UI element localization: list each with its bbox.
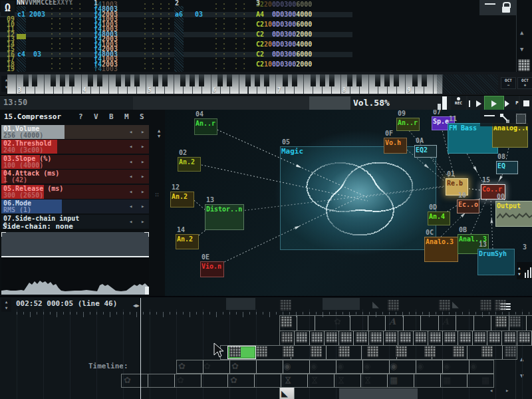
pattern-cell[interactable]: C2 0D03002000 xyxy=(256,32,312,37)
timeline-scroll-left[interactable]: ◂ xyxy=(489,388,493,393)
slider-increment[interactable]: ▸ xyxy=(141,172,144,181)
black-key[interactable] xyxy=(375,74,380,86)
stop-button[interactable] xyxy=(520,96,532,110)
panel-scrollbar[interactable]: ▲▼ xyxy=(154,128,164,139)
slider-decrement[interactable]: ◂ xyxy=(129,188,132,196)
slider-decrement[interactable]: ◂ xyxy=(129,158,132,166)
module-analo3[interactable]: Analo.3 xyxy=(424,237,458,262)
black-key[interactable] xyxy=(69,74,74,86)
black-key[interactable] xyxy=(116,74,121,86)
pattern-cell[interactable]: c4 03 xyxy=(17,52,41,57)
volume-slider-handle[interactable] xyxy=(309,96,350,110)
module-an4[interactable]: An.4 xyxy=(428,211,450,225)
pattern-scroll-up[interactable]: ▲ xyxy=(520,31,523,35)
module-eq[interactable]: EQ xyxy=(496,161,518,174)
slider-mode[interactable]: 06.ModeRMS (1)◂▸ xyxy=(1,200,149,213)
timeline-scroll-right[interactable]: ▸ xyxy=(505,388,509,393)
black-key[interactable] xyxy=(125,74,130,86)
pattern-editor[interactable]: Ω0910111213141516171819NNVVMMCCEEXXYYc1 … xyxy=(0,0,532,72)
module-vion[interactable]: Vio.n xyxy=(200,261,224,277)
slider-increment[interactable]: ▸ xyxy=(141,217,144,226)
slider-increment[interactable]: ▸ xyxy=(141,128,144,136)
pattern-cell[interactable]: a6 03 xyxy=(175,12,203,17)
playhead-handle[interactable]: ◀▶ xyxy=(133,303,140,309)
module-eco[interactable]: Ec..o xyxy=(457,200,479,213)
module-drumsyh[interactable]: DrumSyh xyxy=(477,249,515,275)
timeline-track-row[interactable]: ✿✿✿⋈⋈⋈⋈▦▦▦ xyxy=(121,374,494,388)
black-key[interactable] xyxy=(384,74,390,86)
module-an2[interactable]: An.2 xyxy=(176,234,199,249)
timeline-track-row[interactable] xyxy=(220,345,517,360)
pattern-cell[interactable]: 32200D03006000 xyxy=(256,2,312,7)
connect-modules-icon[interactable] xyxy=(500,114,511,124)
black-key[interactable] xyxy=(51,74,56,86)
piano-keyboard[interactable]: ▲▼3456789OCT−OCT+ xyxy=(0,72,532,95)
slider-volume[interactable]: 01.Volume256 (4000)◂▸ xyxy=(1,125,149,139)
black-key[interactable] xyxy=(356,74,362,86)
module-anr[interactable]: An..r xyxy=(194,118,217,135)
volume-readout[interactable]: Vol.58% xyxy=(353,98,390,108)
slider-release-ms-[interactable]: 05.Release (ms)300 (2650)◂▸ xyxy=(1,185,149,199)
slider-decrement[interactable]: ◂ xyxy=(129,128,132,136)
slider-threshold[interactable]: 02.Threshold240 (3c00)◂▸ xyxy=(1,140,149,154)
black-key[interactable] xyxy=(217,74,223,86)
black-key[interactable] xyxy=(422,74,427,86)
black-key[interactable] xyxy=(412,74,418,86)
pattern-cell[interactable]: A4 0D03004000 xyxy=(256,12,312,17)
black-key[interactable] xyxy=(162,74,168,86)
black-key[interactable] xyxy=(320,74,325,86)
black-key[interactable] xyxy=(347,74,352,86)
pattern-cell[interactable]: C2100D03006000 xyxy=(256,22,312,27)
octave-down-button[interactable]: OCT− xyxy=(501,77,516,89)
module-distorn[interactable]: Distor..n xyxy=(205,204,244,230)
black-key[interactable] xyxy=(264,74,269,86)
black-key[interactable] xyxy=(88,74,93,86)
timeline-track-row[interactable] xyxy=(279,331,532,346)
slider-increment[interactable]: ▸ xyxy=(141,188,144,196)
module-fmbass[interactable]: FM Bass xyxy=(448,123,498,154)
module-voh[interactable]: Vo.h xyxy=(384,138,407,154)
octave-up-button[interactable]: OCT+ xyxy=(517,77,532,89)
edit-cursor-cell[interactable] xyxy=(17,34,26,39)
timeline-track-row[interactable]: ✿✿✿◉◉◉◉◉◉◉◉ xyxy=(176,360,494,374)
black-key[interactable] xyxy=(134,74,140,86)
panel-button-m[interactable]: M xyxy=(124,112,129,121)
pattern-cell[interactable]: c1 2003 xyxy=(17,12,45,17)
module-an2[interactable]: An.2 xyxy=(170,192,194,207)
slider-decrement[interactable]: ◂ xyxy=(129,217,132,226)
pattern-thumbnail[interactable] xyxy=(518,59,530,71)
select-area-icon[interactable] xyxy=(516,114,526,124)
black-key[interactable] xyxy=(199,74,204,86)
position-track[interactable] xyxy=(133,96,309,110)
black-key[interactable] xyxy=(153,74,158,86)
panel-button-s[interactable]: S xyxy=(140,112,144,121)
black-key[interactable] xyxy=(97,74,102,86)
step-play-button[interactable] xyxy=(467,96,483,110)
black-key[interactable] xyxy=(255,74,260,86)
play-pattern-button[interactable]: P xyxy=(504,96,519,110)
lock-icon[interactable] xyxy=(502,2,511,13)
module-output[interactable]: Output xyxy=(495,201,532,227)
black-key[interactable] xyxy=(23,74,29,86)
pattern-cell[interactable]: C2100D03002000 xyxy=(256,62,312,67)
panel-scroll-handle[interactable]: ∷ xyxy=(155,191,159,198)
pattern-scroll-down[interactable]: ▼ xyxy=(520,47,523,52)
black-key[interactable] xyxy=(329,74,334,86)
slider-increment[interactable]: ▸ xyxy=(141,142,144,151)
black-key[interactable] xyxy=(245,74,251,86)
pattern-name[interactable]: 2 xyxy=(175,1,179,6)
black-key[interactable] xyxy=(394,74,399,86)
slider-decrement[interactable]: ◂ xyxy=(129,202,132,211)
white-key[interactable] xyxy=(7,74,17,94)
envelope-pattern-block[interactable]: ◣ xyxy=(279,387,295,399)
black-key[interactable] xyxy=(60,74,65,86)
playhead-line[interactable] xyxy=(140,298,141,399)
black-key[interactable] xyxy=(32,74,37,86)
panel-button-b[interactable]: B xyxy=(109,112,114,121)
slider-decrement[interactable]: ◂ xyxy=(129,172,132,181)
black-key[interactable] xyxy=(180,74,186,86)
slider-slope-[interactable]: 03.Slope (%)100 (4000)◂▸ xyxy=(1,155,149,169)
panel-button-?[interactable]: ? xyxy=(78,112,83,121)
pattern-cell[interactable]: f41003 xyxy=(94,66,118,72)
black-key[interactable] xyxy=(227,74,232,86)
